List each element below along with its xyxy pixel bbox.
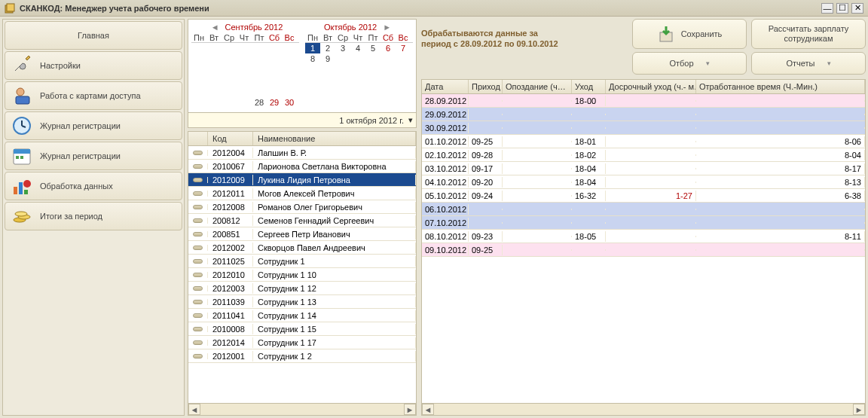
close-button[interactable]: ✕ <box>851 3 863 14</box>
row-marker-icon <box>193 205 203 209</box>
scroll-right-icon[interactable]: ► <box>404 404 416 415</box>
svg-rect-3 <box>16 96 29 104</box>
period-line1: Обрабатываются данные за <box>421 28 628 38</box>
sidebar-item-processing[interactable]: Обработка данных <box>5 172 182 200</box>
sidebar-item-settings[interactable]: Настройки <box>5 51 182 80</box>
calendar-day[interactable]: 2 <box>320 43 335 53</box>
calendar-day[interactable]: 30 <box>282 97 297 108</box>
sidebar-item-totals[interactable]: Итоги за период <box>5 202 182 230</box>
calendar-day[interactable]: 29 <box>267 97 282 108</box>
coins-icon <box>11 206 32 227</box>
cal-next-icon[interactable]: ► <box>380 23 394 32</box>
col-in[interactable]: Приход <box>469 80 503 93</box>
employee-row[interactable]: 2010067Ларионова Светлана Викторовна <box>188 160 416 173</box>
time-row[interactable]: 04.10.201209-2018-048-13 <box>422 175 865 189</box>
time-row[interactable]: 06.10.2012 <box>422 203 865 216</box>
col-late[interactable]: Опоздание (ч… <box>503 80 572 93</box>
wrench-icon <box>11 55 32 76</box>
employee-row[interactable]: 2011025Сотрудник 1 <box>188 255 416 268</box>
employee-row[interactable]: 2012014Сотрудник 1 17 <box>188 336 416 349</box>
time-row[interactable]: 07.10.2012 <box>422 216 865 230</box>
save-button[interactable]: Сохранить <box>632 19 747 49</box>
time-row[interactable]: 01.10.201209-2518-018-06 <box>422 135 865 148</box>
employee-row[interactable]: 2012008Романов Олег Григорьевич <box>188 200 416 214</box>
scroll-left-icon[interactable]: ◄ <box>422 404 434 415</box>
scroll-left-icon[interactable]: ◄ <box>188 404 200 415</box>
col-name[interactable]: Наименование <box>253 132 416 145</box>
button-label: Отчеты <box>786 59 815 68</box>
svg-point-12 <box>23 180 31 188</box>
calendar-day[interactable] <box>222 97 237 108</box>
col-code[interactable]: Код <box>208 132 253 145</box>
col-out[interactable]: Уход <box>572 80 606 93</box>
sidebar-label: Журнал регистрации <box>40 121 121 130</box>
col-date[interactable]: Дата <box>422 80 469 93</box>
reports-button[interactable]: Отчеты <box>751 52 866 75</box>
col-early[interactable]: Досрочный уход (ч.- м… <box>606 80 696 93</box>
employee-row[interactable]: 2012003Сотрудник 1 12 <box>188 282 416 295</box>
calendar-day[interactable]: 1 <box>305 43 320 53</box>
calendar-day[interactable] <box>396 53 411 64</box>
employee-row[interactable]: 2012009Лукина Лидия Петровна <box>188 173 416 187</box>
row-marker-icon <box>193 232 203 236</box>
sidebar-item-journal[interactable]: Журнал регистрации <box>5 111 182 140</box>
time-row[interactable]: 28.09.201218-00 <box>422 94 865 108</box>
window-title: СКАНКОД: Менеджер учета рабочего времени <box>20 4 821 13</box>
calendar-current-month: Октябрь 2012► ПнВтСрЧтПтСбВс 123456789 <box>305 23 413 111</box>
employee-row[interactable]: 200812Семенов Геннадий Сергеевич <box>188 214 416 227</box>
employee-row[interactable]: 2012011Могов Алексей Петрович <box>188 187 416 200</box>
sidebar-label: Обработка данных <box>40 182 113 191</box>
chevron-down-icon[interactable]: ▾ <box>408 115 413 125</box>
time-row[interactable]: 09.10.201209-25 <box>422 243 865 257</box>
calculate-salary-button[interactable]: Рассчитать зарплату сотрудникам <box>751 19 866 49</box>
employee-row[interactable]: 2012010Сотрудник 1 10 <box>188 268 416 282</box>
filter-button[interactable]: Отбор <box>632 52 747 75</box>
sidebar-item-main[interactable]: Главная <box>5 21 182 50</box>
h-scrollbar[interactable]: ◄ ► <box>422 403 865 415</box>
employee-row[interactable]: 2012002Скворцов Павел Андреевич <box>188 241 416 255</box>
calendar-day[interactable]: 28 <box>252 97 267 108</box>
time-row[interactable]: 03.10.201209-1718-048-17 <box>422 162 865 175</box>
cal-prev-icon[interactable]: ◄ <box>208 23 222 32</box>
calendar-day[interactable]: 3 <box>335 43 350 53</box>
time-row[interactable]: 29.09.2012 <box>422 108 865 121</box>
calendar-day[interactable]: 5 <box>365 43 381 53</box>
h-scrollbar[interactable]: ◄ ► <box>188 403 416 415</box>
calendar-day[interactable]: 6 <box>381 43 396 53</box>
calendar-day[interactable]: 4 <box>350 43 365 53</box>
sidebar-label: Настройки <box>40 61 81 70</box>
calendar-day[interactable] <box>206 97 222 108</box>
calendar-day[interactable]: 7 <box>396 43 411 53</box>
app-icon <box>5 3 15 14</box>
employee-row[interactable]: 2010008Сотрудник 1 15 <box>188 322 416 336</box>
time-row[interactable]: 30.09.2012 <box>422 121 865 135</box>
employee-row[interactable]: 2011039Сотрудник 1 13 <box>188 295 416 309</box>
row-marker-icon <box>193 151 203 155</box>
time-row[interactable]: 08.10.201209-2318-058-11 <box>422 230 865 243</box>
sidebar: Главная Настройки Работа с картами досту… <box>2 19 185 416</box>
calendar-day[interactable] <box>237 97 252 108</box>
scroll-right-icon[interactable]: ► <box>853 404 865 415</box>
calendar-day[interactable] <box>191 97 206 108</box>
time-row[interactable]: 02.10.201209-2818-028-04 <box>422 148 865 162</box>
employee-header: Код Наименование <box>188 132 416 146</box>
time-row[interactable]: 05.10.201209-2416-321-276-38 <box>422 189 865 203</box>
calendar-day[interactable]: 8 <box>305 53 320 64</box>
calendar-day[interactable] <box>365 53 381 64</box>
calendar-day[interactable] <box>335 53 350 64</box>
employee-row[interactable]: 2011041Сотрудник 1 14 <box>188 309 416 322</box>
employee-row[interactable]: 200851Сергеев Петр Иванович <box>188 227 416 241</box>
calendar-day[interactable]: 9 <box>320 53 335 64</box>
col-worked[interactable]: Отработанное время (Ч.-Мин.) <box>696 80 865 93</box>
svg-rect-11 <box>24 190 28 194</box>
sidebar-item-calendar[interactable]: Журнал регистрации Журнал регистрации <box>5 142 182 170</box>
employee-row[interactable]: 2012004Лапшин В. Р. <box>188 146 416 160</box>
calendar-day[interactable] <box>381 53 396 64</box>
maximize-button[interactable]: ☐ <box>836 3 848 14</box>
button-label: Сохранить <box>681 29 723 38</box>
minimize-button[interactable]: — <box>821 3 833 14</box>
calendar-day[interactable] <box>350 53 365 64</box>
sidebar-item-cards[interactable]: Работа с картами доступа <box>5 81 182 110</box>
employee-row[interactable]: 2012001Сотрудник 1 2 <box>188 349 416 363</box>
date-selector[interactable]: 1 октября 2012 г. ▾ <box>188 113 417 128</box>
